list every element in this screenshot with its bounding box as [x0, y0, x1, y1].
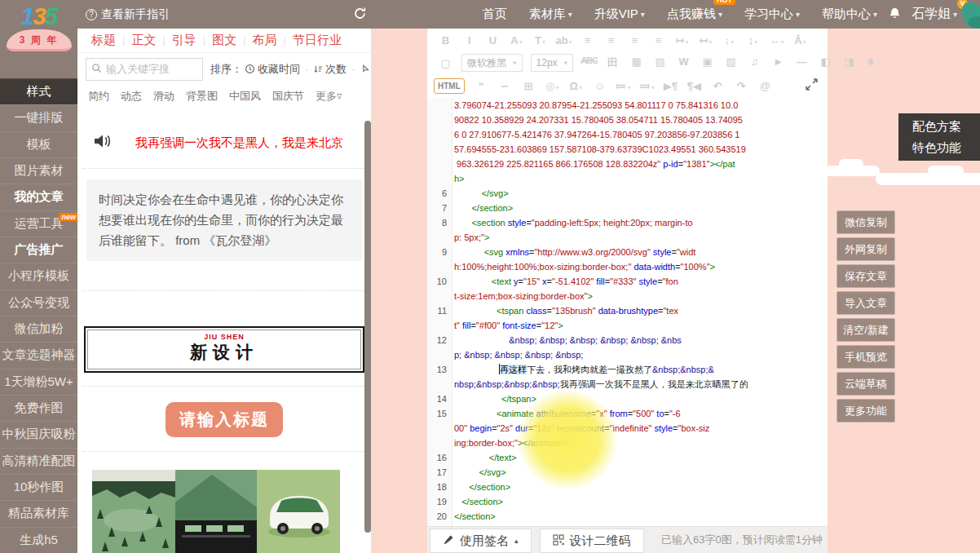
html-source-button[interactable]: HTML	[434, 78, 465, 94]
search-input[interactable]	[106, 63, 197, 75]
van-thumbnail[interactable]	[257, 470, 340, 553]
align-justify-icon[interactable]: ≡	[647, 34, 670, 46]
paragraph-spacing-icon[interactable]: ↨	[741, 34, 765, 46]
notifications-bell-icon[interactable]	[889, 7, 901, 23]
fullscreen-icon[interactable]	[806, 78, 821, 94]
sort-by-recent[interactable]: 最近	[360, 62, 371, 77]
code-line[interactable]: 6 0 27.910677-5.421476 37.947264-15.7804…	[427, 127, 828, 142]
forest-thumbnail[interactable]	[92, 470, 175, 553]
ordered-list-icon[interactable]: ≔	[611, 80, 635, 92]
search-box[interactable]	[86, 58, 203, 81]
design-qrcode-button[interactable]: 设计二维码	[540, 529, 644, 553]
code-line[interactable]: t-size:1em;box-sizing:border-box">	[427, 289, 828, 303]
sidebar-item-一键排版[interactable]: 一键排版	[0, 104, 77, 131]
sidebar-item-我的文章[interactable]: 我的文章	[0, 184, 77, 210]
bold-icon[interactable]: B	[434, 34, 457, 46]
letter-spacing-icon[interactable]: ↔	[765, 34, 788, 46]
code-line[interactable]: h:100%;height:100%;box-sizing:border-box…	[427, 259, 828, 274]
code-line[interactable]: nbsp;&nbsp;&nbsp;&nbsp;我再强调一次我不是黑人，我是来北京…	[427, 377, 828, 392]
special-features-menu-item[interactable]: 特色功能	[912, 140, 980, 156]
blockquote-icon[interactable]: “	[470, 80, 493, 92]
sort-by-count[interactable]: 次数	[313, 62, 347, 77]
action-button-保存文章[interactable]: 保存文章	[837, 264, 895, 288]
sidebar-item-高清精准配图[interactable]: 高清精准配图	[0, 448, 77, 474]
sidebar-item-运营工具[interactable]: 运营工具new	[0, 210, 77, 237]
code-line[interactable]: t" fill="#f00" font-size="12">	[427, 318, 828, 333]
newbie-guide-link[interactable]: ? 查看新手指引	[86, 7, 170, 22]
code-line[interactable]: 90822 10.358929 24.207331 15.780405 38.0…	[427, 113, 828, 127]
sidebar-item-10秒作图[interactable]: 10秒作图	[0, 474, 77, 500]
insert-image-icon[interactable]: ▣	[695, 55, 719, 70]
code-line[interactable]: 11 <tspan class="135brush" data-brushtyp…	[427, 303, 828, 318]
filter-滑动[interactable]: 滑动	[153, 89, 174, 104]
code-line[interactable]: 14 </tspan>	[427, 392, 828, 406]
tab-节日行业[interactable]: 节日行业	[293, 33, 342, 48]
line-height-icon[interactable]: ↕	[717, 34, 741, 46]
sidebar-item-1天增粉5W+[interactable]: 1天增粉5W+	[0, 369, 77, 395]
color-scheme-menu-item[interactable]: 配色方案	[912, 119, 980, 135]
style-card-design-title[interactable]: JIU SHEN 新设计	[84, 326, 364, 373]
tab-正文[interactable]: 正文	[131, 33, 156, 48]
insert-form-icon[interactable]: ◎	[541, 80, 564, 92]
code-line[interactable]: p: 5px;">	[427, 230, 828, 245]
font-size-select[interactable]: 12px▾	[531, 54, 574, 72]
sort-by-favorite-time[interactable]: 收藏时间	[245, 62, 300, 77]
code-line[interactable]: ing:border-box;"></animate>	[427, 436, 828, 450]
code-line[interactable]: 8 <section style="padding-left:5px; heig…	[427, 215, 828, 230]
action-button-微信复制[interactable]: 微信复制	[837, 210, 895, 234]
menu-item-学习中心[interactable]: 学习中心▾	[744, 7, 800, 22]
action-button-云端草稿[interactable]: 云端草稿	[837, 372, 895, 396]
font-family-select[interactable]: 微软雅黑▾	[461, 54, 523, 72]
action-button-导入文章[interactable]: 导入文章	[837, 291, 895, 315]
italic-icon[interactable]: I	[457, 34, 481, 46]
filter-背景图[interactable]: 背景图	[186, 89, 218, 104]
code-line[interactable]: 6 </svg>	[427, 186, 828, 201]
code-line[interactable]: 13 再这样下去，我和烤肉就差一撮孜然了&nbsp;&nbsp;&	[427, 362, 828, 377]
special-char-icon[interactable]: Ω	[564, 80, 588, 92]
sidebar-item-广告推广[interactable]: 广告推广	[0, 237, 77, 263]
code-line[interactable]: 57.694555-231.603869 157.587108-379.6373…	[427, 142, 828, 157]
text-style-icon[interactable]: T	[528, 34, 552, 46]
sidebar-item-文章选题神器[interactable]: 文章选题神器	[0, 342, 77, 368]
redo-icon[interactable]: ↷	[730, 80, 753, 92]
code-line[interactable]: 20</section>	[427, 509, 828, 524]
strikethrough-icon[interactable]: ABC	[577, 55, 601, 70]
action-button-外网复制[interactable]: 外网复制	[837, 237, 895, 261]
text-case-icon[interactable]: Ā	[788, 34, 812, 46]
paragraph-ltr-icon[interactable]: ▶¶	[659, 80, 682, 92]
insert-table-icon[interactable]: 田	[601, 55, 625, 70]
sidebar-item-中秋国庆吸粉[interactable]: 中秋国庆吸粉	[0, 421, 77, 447]
style-card-audio[interactable]: 我再强调一次我不是黑人，我是来北京	[77, 117, 371, 168]
tab-图文[interactable]: 图文	[212, 33, 236, 48]
highlight-icon[interactable]: ab	[552, 34, 576, 46]
code-line[interactable]: h>	[427, 171, 828, 186]
refresh-icon[interactable]	[353, 7, 367, 24]
align-center-icon[interactable]: ≡	[599, 34, 623, 46]
sidebar-item-生成h5[interactable]: 生成h5	[0, 527, 77, 553]
menu-item-升级VIP[interactable]: 升级VIP▾	[594, 7, 645, 22]
sidebar-item-样式[interactable]: 样式	[0, 78, 77, 104]
font-color-icon[interactable]: A	[505, 34, 528, 46]
menu-item-首页[interactable]: 首页	[483, 7, 507, 22]
insert-audio-icon[interactable]: ♫	[743, 55, 766, 70]
sidebar-item-精品素材库[interactable]: 精品素材库	[0, 500, 77, 526]
brand-logo[interactable]: 135 3 周 年	[0, 0, 77, 78]
unordered-list-icon[interactable]: ≕	[635, 80, 659, 92]
code-line[interactable]: 15 <animate attributename="x" from="500"…	[427, 406, 828, 421]
filter-简约[interactable]: 简约	[88, 89, 109, 104]
menu-item-素材库[interactable]: 素材库▾	[529, 7, 572, 22]
table-style-icon[interactable]: ▦	[625, 55, 648, 70]
style-card-quote[interactable]: 时间决定你会在生命中遇见谁，你的心决定你想要谁出现在你的生命里，而你的行为决定最…	[86, 179, 362, 261]
import-word-icon[interactable]: W	[672, 55, 695, 70]
sidebar-item-免费作图[interactable]: 免费作图	[0, 395, 77, 421]
code-line[interactable]: 3.796074-21.255093 20.87954-21.255093 54…	[427, 98, 828, 113]
code-line[interactable]: 9 <svg xmlns="http://www.w3.org/2000/svg…	[427, 245, 828, 259]
insert-video-icon[interactable]: ►	[766, 55, 790, 70]
align-right-icon[interactable]: ≡	[623, 34, 647, 46]
title-button[interactable]: 请输入标题	[166, 402, 283, 437]
train-thumbnail[interactable]	[175, 470, 257, 553]
code-line[interactable]: 18 </section>	[427, 480, 828, 494]
code-line[interactable]: 19 </section>	[427, 494, 828, 509]
image-gallery-icon[interactable]: ▨	[719, 55, 743, 70]
sidebar-item-模板[interactable]: 模板	[0, 131, 77, 157]
